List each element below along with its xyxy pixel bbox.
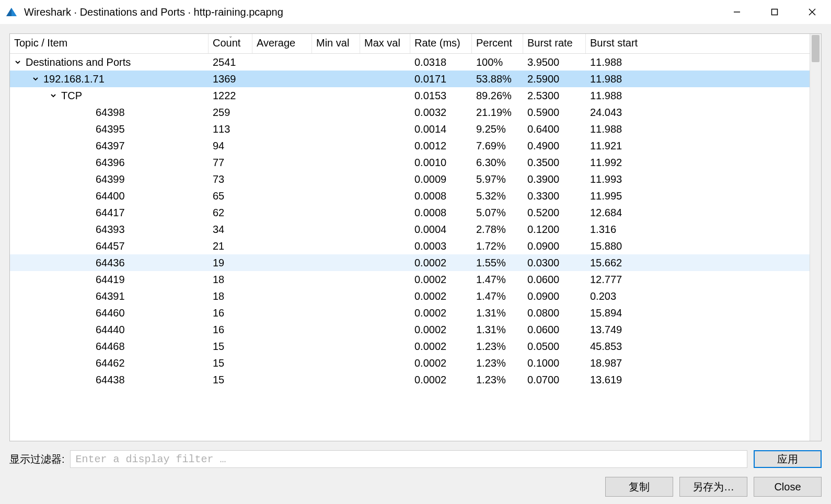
table-row[interactable]: 64457210.00031.72%0.090015.880 — [10, 238, 810, 254]
saveas-button[interactable]: 另存为… — [679, 477, 747, 497]
cell-count: 15 — [209, 357, 252, 369]
cell-burstrate: 0.5200 — [523, 207, 586, 219]
table-row[interactable]: 643951130.00149.25%0.640011.988 — [10, 121, 810, 137]
table-row[interactable]: 192.168.1.7113690.017153.88%2.590011.988 — [10, 71, 810, 87]
row-label: 64398 — [96, 107, 125, 119]
row-label: 64460 — [96, 307, 125, 319]
row-label: 64400 — [96, 190, 125, 202]
table-row[interactable]: 64396770.00106.30%0.350011.992 — [10, 154, 810, 171]
table-row[interactable]: 64417620.00085.07%0.520012.684 — [10, 204, 810, 221]
col-burststart[interactable]: Burst start — [586, 34, 810, 53]
row-label: 64393 — [96, 224, 125, 236]
cell-topic: TCP — [10, 90, 209, 102]
cell-burstrate: 0.3900 — [523, 173, 586, 185]
cell-count: 21 — [209, 240, 252, 252]
cell-count: 73 — [209, 173, 252, 185]
cell-count: 259 — [209, 107, 252, 119]
col-topic[interactable]: Topic / Item — [10, 34, 209, 53]
cell-burststart: 24.043 — [586, 107, 810, 119]
cell-topic: 64462 — [10, 357, 209, 369]
button-row: 复制 另存为… Close — [9, 477, 822, 497]
table-row[interactable]: 64468150.00021.23%0.050045.853 — [10, 338, 810, 355]
cell-count: 34 — [209, 224, 252, 236]
chevron-down-icon[interactable] — [13, 59, 22, 65]
table-row[interactable]: 64419180.00021.47%0.060012.777 — [10, 271, 810, 288]
cell-burstrate: 0.6400 — [523, 123, 586, 135]
tree-body: Destinations and Ports25410.0318100%3.95… — [10, 54, 810, 388]
cell-percent: 5.07% — [472, 207, 523, 219]
cell-count: 94 — [209, 140, 252, 152]
row-label: 192.168.1.71 — [43, 73, 105, 85]
row-label: 64417 — [96, 207, 125, 219]
table-row[interactable]: 64397940.00127.69%0.490011.921 — [10, 137, 810, 154]
table-row[interactable]: 64440160.00021.31%0.060013.749 — [10, 321, 810, 338]
sort-indicator-icon: ⌄ — [228, 34, 233, 39]
cell-burststart: 11.993 — [586, 173, 810, 185]
cell-burstrate: 0.3500 — [523, 157, 586, 169]
cell-burststart: 12.777 — [586, 274, 810, 286]
cell-count: 113 — [209, 123, 252, 135]
cell-rate: 0.0003 — [410, 240, 472, 252]
maximize-button[interactable] — [756, 0, 793, 24]
cell-burstrate: 0.0500 — [523, 341, 586, 353]
cell-count: 16 — [209, 324, 252, 336]
col-burstrate[interactable]: Burst rate — [523, 34, 586, 53]
col-percent[interactable]: Percent — [472, 34, 523, 53]
cell-percent: 7.69% — [472, 140, 523, 152]
cell-burstrate: 0.0900 — [523, 240, 586, 252]
cell-topic: 64440 — [10, 324, 209, 336]
table-row[interactable]: 64393340.00042.78%0.12001.316 — [10, 221, 810, 238]
cell-burststart: 11.988 — [586, 56, 810, 68]
minimize-button[interactable] — [718, 0, 756, 24]
cell-burststart: 11.995 — [586, 190, 810, 202]
app-window: Wireshark · Destinations and Ports · htt… — [0, 0, 831, 504]
copy-button[interactable]: 复制 — [605, 477, 673, 497]
table-row[interactable]: 64460160.00021.31%0.080015.894 — [10, 304, 810, 321]
vertical-scrollbar[interactable] — [810, 34, 821, 441]
row-label: 64436 — [96, 257, 125, 269]
table-row[interactable]: 64462150.00021.23%0.100018.987 — [10, 355, 810, 371]
cell-percent: 2.78% — [472, 224, 523, 236]
table-row[interactable]: 64436190.00021.55%0.030015.662 — [10, 254, 810, 271]
cell-count: 62 — [209, 207, 252, 219]
cell-topic: 64460 — [10, 307, 209, 319]
filter-row: 显示过滤器: 应用 — [9, 449, 822, 470]
row-label: Destinations and Ports — [26, 56, 131, 68]
cell-topic: 64438 — [10, 374, 209, 386]
cell-burstrate: 0.0300 — [523, 257, 586, 269]
cell-burststart: 11.921 — [586, 140, 810, 152]
table-row[interactable]: 64391180.00021.47%0.09000.203 — [10, 288, 810, 304]
cell-burstrate: 3.9500 — [523, 56, 586, 68]
row-label: TCP — [61, 90, 82, 102]
table-row[interactable]: 643982590.003221.19%0.590024.043 — [10, 104, 810, 121]
table-row[interactable]: 64400650.00085.32%0.330011.995 — [10, 187, 810, 204]
table-row[interactable]: 64438150.00021.23%0.070013.619 — [10, 371, 810, 388]
scrollbar-thumb[interactable] — [812, 35, 820, 62]
cell-rate: 0.0002 — [410, 257, 472, 269]
cell-percent: 89.26% — [472, 90, 523, 102]
close-button[interactable]: Close — [754, 477, 822, 497]
table-row[interactable]: Destinations and Ports25410.0318100%3.95… — [10, 54, 810, 71]
col-average[interactable]: Average — [252, 34, 312, 53]
cell-count: 18 — [209, 274, 252, 286]
table-row[interactable]: 64399730.00095.97%0.390011.993 — [10, 171, 810, 187]
cell-count: 15 — [209, 341, 252, 353]
window-title: Wireshark · Destinations and Ports · htt… — [24, 6, 718, 18]
chevron-down-icon[interactable] — [49, 92, 58, 99]
apply-button[interactable]: 应用 — [754, 450, 822, 468]
cell-rate: 0.0002 — [410, 290, 472, 302]
cell-percent: 1.31% — [472, 324, 523, 336]
cell-rate: 0.0032 — [410, 107, 472, 119]
cell-burstrate: 0.4900 — [523, 140, 586, 152]
display-filter-input[interactable] — [70, 450, 747, 468]
cell-burstrate: 0.0600 — [523, 324, 586, 336]
col-maxval[interactable]: Max val — [360, 34, 410, 53]
tree-header: Topic / Item ⌄ Count Average Min val Max… — [10, 34, 810, 54]
cell-burstrate: 0.0900 — [523, 290, 586, 302]
chevron-down-icon[interactable] — [31, 76, 40, 82]
col-rate[interactable]: Rate (ms) — [410, 34, 472, 53]
col-minval[interactable]: Min val — [312, 34, 360, 53]
table-row[interactable]: TCP12220.015389.26%2.530011.988 — [10, 87, 810, 104]
col-count[interactable]: ⌄ Count — [209, 34, 252, 53]
close-window-button[interactable] — [793, 0, 831, 24]
